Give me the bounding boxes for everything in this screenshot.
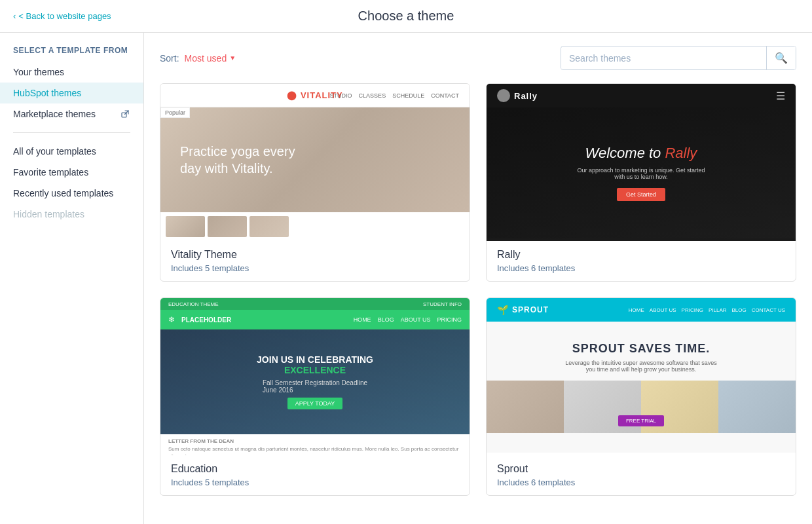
edu-nav-top-text: EDUCATION THEME	[168, 301, 219, 307]
edu-logo-icon: ❄	[168, 315, 177, 324]
rally-info: Rally Includes 6 templates	[487, 241, 796, 281]
sort-select-button[interactable]: Most used ▼	[185, 53, 236, 64]
sprout-theme-name: Sprout	[497, 463, 785, 475]
theme-card-vitality[interactable]: ⬤ VITALITY STUDIOCLASSESSCHEDULECONTACT …	[160, 83, 470, 282]
external-link-icon	[121, 109, 130, 119]
vitality-nav-links: STUDIOCLASSESSCHEDULECONTACT	[330, 92, 459, 99]
edu-cta-button: APPLY TODAY	[287, 398, 343, 409]
sidebar-item-your-themes-label: Your themes	[13, 67, 64, 77]
edu-hero-title: JOIN US IN CELEBRATINGEXCELLENCE	[257, 354, 373, 375]
sprout-hero-title: SPROUT SAVES TIME.	[572, 342, 710, 356]
theme-card-rally[interactable]: Rally ☰ Welcome to Rally Our approach to…	[486, 83, 796, 282]
sidebar-item-all-templates-label: All of your templates	[13, 146, 96, 157]
sprout-person-4	[718, 381, 796, 433]
sort-label: Sort:	[160, 53, 179, 64]
vitality-thumb-2	[208, 216, 247, 237]
theme-card-education[interactable]: EDUCATION THEME STUDENT INFO ❄ PLACEHOLD…	[160, 297, 470, 496]
edu-nav-links: HOME BLOG ABOUT US PRICING	[354, 316, 462, 323]
chevron-down-icon: ▼	[229, 54, 236, 62]
edu-nav-top-right: STUDENT INFO	[423, 301, 462, 307]
search-input[interactable]	[561, 48, 766, 69]
sprout-nav-links: HOMEABOUT USPRICINGPILLARBLOGCONTACT US	[629, 307, 785, 313]
rally-subtitle: Our approach to marketing is unique. Get…	[576, 167, 707, 180]
vitality-info: Vitality Theme Includes 5 templates	[160, 241, 470, 281]
education-theme-templates: Includes 5 templates	[171, 477, 459, 487]
back-to-website-pages-link[interactable]: ‹ < Back to website pages	[13, 11, 111, 21]
themes-grid: ⬤ VITALITY STUDIOCLASSESSCHEDULECONTACT …	[160, 83, 796, 496]
top-bar: ‹ < Back to website pages Choose a theme	[0, 0, 812, 33]
rally-logo-icon	[497, 89, 510, 102]
sprout-nav: 🌱 SPROUT HOMEABOUT USPRICINGPILLARBLOGCO…	[487, 298, 796, 322]
edu-letter-text: Sum octo natoque senectus ut magna dis p…	[168, 445, 462, 455]
education-info: Education Includes 5 templates	[160, 455, 470, 495]
sort-row: Sort: Most used ▼	[160, 53, 236, 64]
edu-hero-subtitle: Fall Semester Registration DeadlineJune …	[263, 379, 367, 394]
sprout-logo-text: SPROUT	[512, 305, 549, 314]
sidebar-item-all-templates[interactable]: All of your templates	[0, 141, 143, 162]
sprout-preview: 🌱 SPROUT HOMEABOUT USPRICINGPILLARBLOGCO…	[487, 298, 796, 455]
sidebar-item-recently-used-label: Recently used templates	[13, 188, 113, 198]
sidebar-item-marketplace-themes-label: Marketplace themes	[13, 109, 96, 119]
rally-welcome-text: Welcome to Rally	[585, 145, 697, 162]
sidebar-item-hubspot-themes[interactable]: HubSpot themes	[0, 83, 143, 103]
rally-cta: Get Started	[617, 188, 665, 201]
back-link-label: < Back to website pages	[18, 11, 111, 21]
edu-letter-label: LETTER FROM THE DEAN	[168, 438, 462, 444]
edu-nav: ❄ PLACEHOLDER HOME BLOG ABOUT US PRICING	[160, 310, 470, 329]
theme-card-sprout[interactable]: 🌱 SPROUT HOMEABOUT USPRICINGPILLARBLOGCO…	[486, 297, 796, 496]
main-layout: Select a template from Your themes HubSp…	[0, 33, 812, 524]
edu-nav-top: EDUCATION THEME STUDENT INFO	[160, 298, 470, 310]
edu-logo-text: PLACEHOLDER	[181, 316, 231, 324]
vitality-thumb-1	[166, 216, 205, 237]
page-title: Choose a theme	[358, 9, 454, 24]
edu-letter-content: LETTER FROM THE DEAN Sum octo natoque se…	[160, 434, 470, 455]
rally-hero: Welcome to Rally Our approach to marketi…	[487, 107, 796, 238]
sprout-leaf-icon: 🌱	[497, 305, 508, 315]
back-chevron-icon: ‹	[13, 11, 16, 21]
sprout-info: Sprout Includes 6 templates	[487, 455, 796, 495]
sprout-hero: SPROUT SAVES TIME. Leverage the intuitiv…	[487, 322, 796, 453]
sidebar-item-hubspot-themes-label: HubSpot themes	[13, 88, 81, 98]
sort-value: Most used	[185, 53, 227, 64]
sprout-trial-button: FREE TRIAL	[618, 415, 664, 426]
search-icon: 🔍	[775, 52, 788, 64]
vitality-theme-name: Vitality Theme	[171, 249, 459, 261]
rally-theme-templates: Includes 6 templates	[497, 263, 785, 273]
sidebar-item-recently-used[interactable]: Recently used templates	[0, 183, 143, 204]
vitality-hero: Popular Practice yoga every day with Vit…	[160, 107, 470, 212]
sidebar-item-favorite-templates[interactable]: Favorite templates	[0, 162, 143, 183]
search-button[interactable]: 🔍	[766, 47, 796, 69]
sidebar-item-your-themes[interactable]: Your themes	[0, 62, 143, 83]
edu-preview: EDUCATION THEME STUDENT INFO ❄ PLACEHOLD…	[160, 298, 470, 455]
rally-nav: Rally ☰	[487, 84, 796, 107]
vitality-hero-text: Practice yoga every day with Vitality.	[180, 143, 311, 177]
popular-tag: Popular	[160, 107, 190, 118]
edu-logo-area: ❄ PLACEHOLDER	[168, 315, 231, 324]
toolbar: Sort: Most used ▼ 🔍	[160, 46, 796, 70]
sidebar: Select a template from Your themes HubSp…	[0, 33, 144, 524]
rally-logo-text: Rally	[514, 91, 538, 101]
vitality-theme-templates: Includes 5 templates	[171, 263, 459, 273]
sprout-theme-templates: Includes 6 templates	[497, 477, 785, 487]
vitality-thumbnails	[160, 212, 470, 241]
sidebar-item-hidden-templates-label: Hidden templates	[13, 209, 84, 219]
rally-preview: Rally ☰ Welcome to Rally Our approach to…	[487, 84, 796, 241]
search-box: 🔍	[561, 46, 796, 70]
sidebar-divider	[13, 132, 130, 133]
main-content: Sort: Most used ▼ 🔍 ⬤ VITALITY	[144, 33, 812, 524]
rally-theme-name: Rally	[497, 249, 785, 261]
sidebar-item-marketplace-themes[interactable]: Marketplace themes	[0, 103, 143, 124]
vitality-thumb-3	[249, 216, 289, 237]
rally-menu-icon: ☰	[776, 90, 785, 102]
sidebar-section-label: Select a template from	[0, 46, 143, 62]
sidebar-item-favorite-templates-label: Favorite templates	[13, 167, 88, 178]
sprout-person-1	[487, 381, 564, 433]
edu-hero: JOIN US IN CELEBRATINGEXCELLENCE Fall Se…	[160, 329, 470, 434]
education-theme-name: Education	[171, 463, 459, 475]
sprout-hero-subtitle: Leverage the intuitive super awesome sof…	[563, 360, 720, 373]
sprout-logo-area: 🌱 SPROUT	[497, 305, 549, 315]
vitality-preview: ⬤ VITALITY STUDIOCLASSESSCHEDULECONTACT …	[160, 84, 470, 241]
sidebar-item-hidden-templates: Hidden templates	[0, 204, 143, 225]
